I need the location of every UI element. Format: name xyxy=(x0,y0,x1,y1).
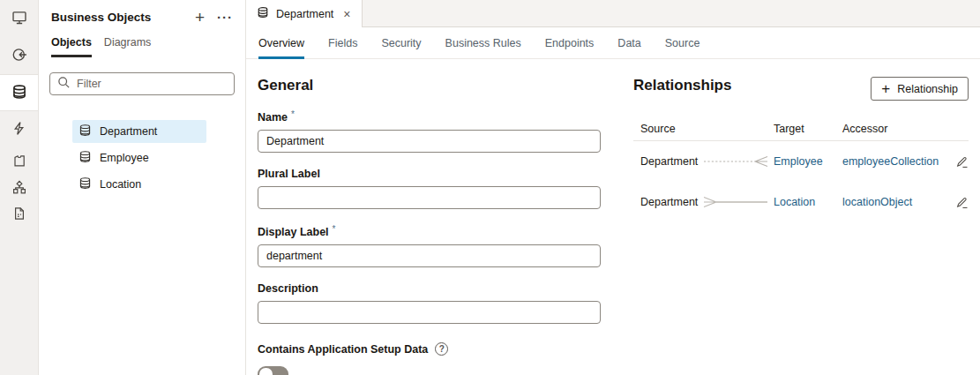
cardinality-one-to-many-dotted-icon xyxy=(702,155,774,168)
list-item-label: Employee xyxy=(100,152,149,164)
add-relationship-label: Relationship xyxy=(897,83,958,95)
plus-icon: + xyxy=(881,80,890,98)
tab-business-rules[interactable]: Business Rules xyxy=(445,27,521,59)
panel-tabs: Objects Diagrams xyxy=(39,27,245,57)
panel-title: Business Objects xyxy=(51,11,183,24)
rail-item-source-files[interactable] xyxy=(0,201,38,228)
field-label: Description xyxy=(258,282,318,295)
doc-tab-department[interactable]: Department × xyxy=(246,0,363,27)
rail-item-dependencies[interactable] xyxy=(0,175,38,201)
relationship-row-location: Department Location locationObject xyxy=(633,182,969,222)
document-icon xyxy=(12,206,26,223)
rail-item-services[interactable] xyxy=(0,37,38,74)
relationship-source: Department xyxy=(640,196,702,208)
tab-endpoints[interactable]: Endpoints xyxy=(545,27,595,59)
relationship-target-link[interactable]: Location xyxy=(774,196,842,208)
description-input[interactable] xyxy=(258,301,601,324)
panel-header: Business Objects + ··· xyxy=(39,0,245,27)
document-tab-bar: Department × xyxy=(246,0,980,27)
rail-item-app-uis[interactable] xyxy=(0,0,38,37)
database-icon xyxy=(11,84,27,102)
rail-item-business-objects[interactable] xyxy=(0,74,38,111)
column-accessor: Accessor xyxy=(842,123,946,135)
setup-data-toggle[interactable] xyxy=(258,366,288,375)
edit-pencil-icon[interactable] xyxy=(946,196,969,209)
column-target: Target xyxy=(774,123,842,135)
list-item-label: Location xyxy=(100,178,141,191)
object-list: Department Employee Location xyxy=(39,120,245,199)
database-icon xyxy=(79,150,92,166)
filter-input[interactable] xyxy=(77,78,227,90)
field-label: Name xyxy=(258,111,288,124)
list-item-department[interactable]: Department xyxy=(72,120,206,143)
general-section: General Name* Plural Label Display Label… xyxy=(258,75,601,375)
add-object-button[interactable]: + xyxy=(195,9,205,26)
tab-diagrams[interactable]: Diagrams xyxy=(104,36,152,57)
tab-security[interactable]: Security xyxy=(381,27,421,59)
cardinality-many-to-one-solid-icon xyxy=(702,196,774,208)
navigation-rail xyxy=(0,0,39,375)
required-marker: * xyxy=(291,109,295,119)
database-icon xyxy=(257,6,269,21)
business-objects-panel: Business Objects + ··· Objects Diagrams … xyxy=(39,0,246,375)
main-area: Department × Overview Fields Security Bu… xyxy=(246,0,980,375)
tab-objects[interactable]: Objects xyxy=(51,36,92,57)
section-title-general: General xyxy=(258,77,601,94)
list-item-label: Department xyxy=(100,125,157,138)
list-item-employee[interactable]: Employee xyxy=(72,146,206,169)
overflow-menu-icon[interactable]: ··· xyxy=(217,11,233,24)
relationship-accessor-link[interactable]: employeeCollection xyxy=(842,155,946,168)
field-display-label: Display Label* xyxy=(258,224,601,267)
search-icon xyxy=(57,76,71,92)
app-window: Business Objects + ··· Objects Diagrams … xyxy=(0,0,980,375)
column-source: Source xyxy=(640,123,702,135)
add-relationship-button[interactable]: + Relationship xyxy=(871,77,969,101)
field-label: Plural Label xyxy=(258,168,320,180)
database-icon xyxy=(79,176,92,192)
services-icon xyxy=(11,47,27,65)
edit-pencil-icon[interactable] xyxy=(946,155,969,169)
object-subtabs: Overview Fields Security Business Rules … xyxy=(246,27,980,59)
list-item-location[interactable]: Location xyxy=(72,173,206,196)
component-icon xyxy=(12,154,26,170)
setup-data-row: Contains Application Setup Data ? xyxy=(258,342,601,356)
rail-item-processes[interactable] xyxy=(0,111,38,148)
overview-content: General Name* Plural Label Display Label… xyxy=(246,59,980,375)
field-description: Description xyxy=(258,282,601,324)
relationship-row-employee: Department Employee employeeCollection xyxy=(633,141,969,182)
relationship-target-link[interactable]: Employee xyxy=(774,155,842,168)
field-label: Display Label xyxy=(258,226,329,238)
display-label-input[interactable] xyxy=(258,244,601,267)
doc-tab-label: Department xyxy=(276,8,333,20)
relationship-accessor-link[interactable]: locationObject xyxy=(842,196,946,208)
tab-strip-empty xyxy=(363,0,980,27)
name-input[interactable] xyxy=(258,130,601,153)
setup-data-label: Contains Application Setup Data xyxy=(258,343,428,356)
relationships-section: Relationships + Relationship Source Targ… xyxy=(633,75,969,375)
filter-box xyxy=(49,72,235,95)
help-icon[interactable]: ? xyxy=(435,342,448,356)
tab-overview[interactable]: Overview xyxy=(258,27,304,59)
required-marker: * xyxy=(333,224,336,234)
relationship-source: Department xyxy=(640,155,702,168)
field-name: Name* xyxy=(258,109,601,153)
close-icon[interactable]: × xyxy=(343,7,350,21)
relationships-table-header: Source Target Accessor xyxy=(633,116,969,141)
toggle-thumb xyxy=(259,368,273,375)
tab-fields[interactable]: Fields xyxy=(328,27,357,59)
rail-item-components[interactable] xyxy=(0,148,38,175)
plural-label-input[interactable] xyxy=(258,186,601,209)
monitor-icon xyxy=(11,10,27,28)
hierarchy-icon xyxy=(12,180,26,197)
section-title-relationships: Relationships xyxy=(633,77,731,94)
tab-source[interactable]: Source xyxy=(665,27,700,59)
database-icon xyxy=(79,124,92,139)
tab-data[interactable]: Data xyxy=(617,27,640,59)
lightning-icon xyxy=(11,121,26,139)
relationships-header: Relationships + Relationship xyxy=(633,75,969,101)
field-plural-label: Plural Label xyxy=(258,168,601,209)
